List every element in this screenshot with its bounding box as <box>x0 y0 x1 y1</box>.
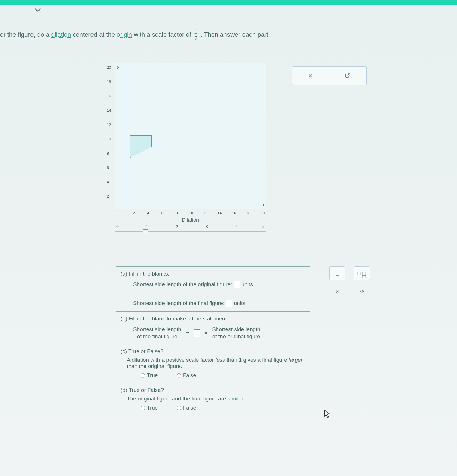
qa-line1: Shortest side length of the original fig… <box>121 281 306 288</box>
qc-em1: less <box>215 357 225 363</box>
qb-prompt: Fill in the blank to make a true stateme… <box>129 316 228 322</box>
slider-title: Dilation <box>115 217 266 223</box>
qd-options: True False <box>121 405 306 411</box>
qd-true-radio[interactable] <box>141 406 145 410</box>
xtick: 14 <box>218 211 222 215</box>
xtick: 6 <box>161 211 163 215</box>
xtick: 12 <box>203 211 207 215</box>
qa-blank1[interactable] <box>234 281 240 288</box>
dilation-slider[interactable]: 0 1 2 3 4 5 <box>115 224 266 236</box>
slider-tick: 5 <box>262 224 265 229</box>
qc-options: True False <box>121 372 306 379</box>
qa-line2-post: units <box>234 300 245 306</box>
qd-true-label: True <box>147 405 158 411</box>
question-c: (c) True or False? A dilation with a pos… <box>116 344 310 383</box>
graph-area: y x 20 18 16 14 12 10 8 6 4 2 0 2 4 6 8 … <box>115 63 266 236</box>
qd-false-option[interactable]: False <box>177 405 196 411</box>
qc-true-radio[interactable] <box>141 373 145 378</box>
slider-tick: 1 <box>146 224 148 229</box>
qd-s1: The original figure and the final figure… <box>127 396 228 402</box>
question-panel: (a) Fill in the blanks. Shortest side le… <box>116 266 310 415</box>
xtick: 20 <box>261 211 265 215</box>
reset-icon[interactable]: ↺ <box>354 285 370 298</box>
qa-line2-pre: Shortest side length of the final figure… <box>133 300 224 306</box>
xtick: 16 <box>232 211 236 215</box>
qc-label: (c) <box>121 348 127 354</box>
qb-left: Shortest side length of the final figure <box>133 326 181 340</box>
qb-right-top: Shortest side length <box>212 326 260 333</box>
qc-false-label: False <box>183 372 196 378</box>
slider-tick: 3 <box>206 224 208 229</box>
fraction-tool-icon[interactable]: □□ <box>329 266 345 280</box>
qc-false-option[interactable]: False <box>177 372 196 378</box>
qd-true-option[interactable]: True <box>141 405 158 411</box>
fraction-numerator: 1 <box>193 29 199 35</box>
qa-line2: Shortest side length of the final figure… <box>121 300 306 307</box>
ytick: 10 <box>107 137 111 141</box>
ytick: 18 <box>107 80 111 84</box>
origin-link[interactable]: origin <box>117 31 132 38</box>
slider-thumb[interactable] <box>143 229 148 234</box>
ytick: 12 <box>107 123 111 127</box>
side-toolbar: □□ □□□ × ↺ <box>329 266 389 303</box>
reset-icon[interactable]: ↺ <box>344 72 350 80</box>
slider-tick: 0 <box>116 224 119 229</box>
question-d: (d) True or False? The original figure a… <box>116 383 310 415</box>
close-icon[interactable]: × <box>329 285 345 298</box>
ytick: 16 <box>107 94 111 98</box>
qc-s2: than 1 gives a final figure <box>227 357 289 363</box>
ytick: 4 <box>107 180 109 184</box>
fraction-denominator: 2 <box>193 35 199 42</box>
xtick: 2 <box>133 211 135 215</box>
ytick: 14 <box>107 108 111 113</box>
question-a: (a) Fill in the blanks. Shortest side le… <box>116 267 310 312</box>
ytick: 6 <box>107 166 109 170</box>
x-axis-label: x <box>262 202 264 207</box>
dilation-link[interactable]: dilation <box>51 31 71 38</box>
qb-blank[interactable] <box>194 329 200 337</box>
slider-track[interactable] <box>115 231 266 232</box>
slider-tick: 2 <box>176 224 178 229</box>
xtick: 4 <box>147 211 149 215</box>
question-b: (b) Fill in the blank to make a true sta… <box>116 312 310 344</box>
qc-s1: A dilation with a positive scale factor <box>127 357 215 363</box>
qc-statement: A dilation with a positive scale factor … <box>121 357 306 369</box>
qd-false-label: False <box>183 405 196 411</box>
top-accent-bar <box>0 0 457 5</box>
chevron-down-icon[interactable] <box>34 8 41 14</box>
instr-suffix1: with a scale factor of <box>134 31 193 38</box>
instr-suffix2: . Then answer each part. <box>200 31 270 38</box>
ytick: 8 <box>107 151 109 156</box>
close-glyph: × <box>336 288 339 295</box>
reset-glyph: ↺ <box>360 288 365 295</box>
qa-label: (a) <box>121 271 127 277</box>
qc-em2: larger <box>289 357 303 363</box>
qb-right: Shortest side length of the original fig… <box>212 326 260 340</box>
slider-tick: 4 <box>235 224 238 229</box>
qd-s2: . <box>245 396 246 402</box>
qb-right-bot: of the original figure <box>212 333 260 340</box>
xtick: 0 <box>118 211 120 215</box>
xtick: 18 <box>246 211 250 215</box>
tool-row-2: × ↺ <box>329 285 389 298</box>
qd-false-radio[interactable] <box>177 406 181 410</box>
xtick: 10 <box>189 211 193 215</box>
instr-prefix: or the figure, do a <box>0 31 51 38</box>
qc-false-radio[interactable] <box>177 373 181 378</box>
qb-left-top: Shortest side length <box>133 326 181 333</box>
qc-prompt: True or False? <box>128 348 164 354</box>
original-figure[interactable] <box>130 135 152 158</box>
close-icon[interactable]: × <box>308 72 312 80</box>
mixed-number-tool-icon[interactable]: □□□ <box>354 266 370 280</box>
qd-link[interactable]: similar <box>228 396 243 402</box>
qb-eq: = <box>186 330 189 336</box>
qc-true-option[interactable]: True <box>141 372 158 378</box>
xtick: 8 <box>176 211 178 215</box>
instruction-text: or the figure, do a dilation centered at… <box>0 29 270 42</box>
qd-label: (d) <box>121 387 127 393</box>
qa-blank2[interactable] <box>226 300 232 307</box>
qb-times: × <box>204 330 208 336</box>
qb-label: (b) <box>121 316 127 322</box>
qa-prompt: Fill in the blanks. <box>129 271 170 277</box>
coordinate-grid[interactable]: y x 20 18 16 14 12 10 8 6 4 2 0 2 4 6 8 … <box>115 63 266 209</box>
